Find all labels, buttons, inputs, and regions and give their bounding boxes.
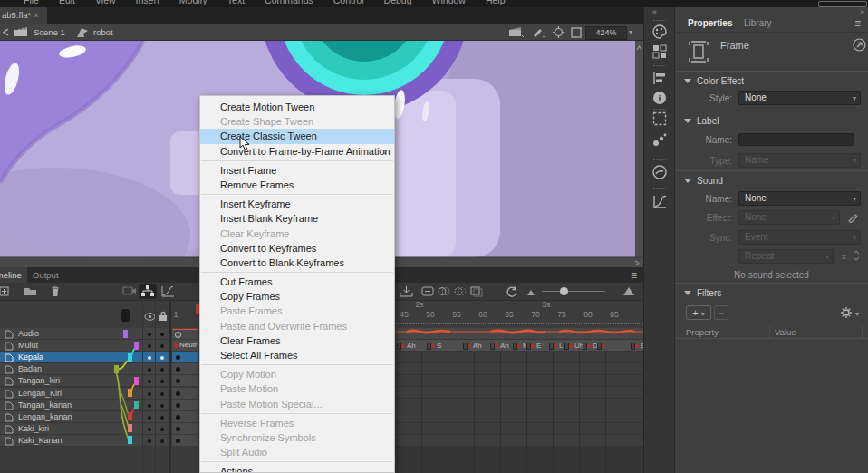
frame-cell[interactable] <box>172 375 198 387</box>
layer-row-audio[interactable]: Audio <box>0 328 169 340</box>
menu-item-convert-to-keyframes[interactable]: Convert to Keyframes <box>200 241 394 256</box>
menu-commands[interactable]: Commands <box>265 0 313 7</box>
particles-panel-icon[interactable] <box>651 132 668 149</box>
add-filter-button[interactable]: + ▾ <box>686 305 711 320</box>
frame-cell-audio[interactable] <box>172 328 198 340</box>
zoom-out-frames-icon[interactable] <box>527 290 535 295</box>
reset-zoom-icon[interactable] <box>506 285 518 298</box>
menu-edit[interactable]: Edit <box>59 0 75 7</box>
onion-skin-icon[interactable] <box>438 285 450 297</box>
frames-area[interactable]: 2s 3s 45 50 55 60 65 70 75 80 85 Ah S Ah <box>396 301 643 473</box>
center-stage-icon[interactable] <box>553 26 564 38</box>
visibility-dot[interactable] <box>148 380 151 383</box>
visibility-dot[interactable] <box>148 368 151 372</box>
menu-view[interactable]: View <box>95 0 116 7</box>
menu-item-copy-frames[interactable]: Copy Frames <box>200 289 394 304</box>
creative-cloud-icon[interactable] <box>651 164 668 180</box>
layer-row-tangan-kiri[interactable]: Tangan_kiri <box>0 375 169 387</box>
layer-row-kepala-selected[interactable]: Kepala <box>0 352 169 363</box>
layer-row-badan[interactable]: Badan <box>0 363 169 375</box>
menu-file[interactable]: File <box>24 0 39 7</box>
visibility-dot[interactable] <box>148 344 151 348</box>
visibility-dot[interactable] <box>148 404 151 408</box>
menu-item-actions[interactable]: Actions <box>200 464 394 473</box>
layer-row-tangan-kanan[interactable]: Tangan_kanan <box>0 400 169 411</box>
back-arrow-icon[interactable] <box>2 28 9 36</box>
align-panel-icon[interactable] <box>651 70 668 86</box>
menu-item-select-all-frames[interactable]: Select All Frames <box>200 348 394 362</box>
section-sound[interactable]: Sound <box>684 176 723 186</box>
timeline-panel-menu-icon[interactable]: ≡ <box>631 269 637 282</box>
zoom-dropdown-icon[interactable]: ▾ <box>629 28 632 36</box>
frames-row-mulut[interactable]: Ah S Ah Ah M E L Uh D S <box>396 340 643 352</box>
export-frame-icon[interactable] <box>400 285 413 297</box>
edit-multiple-frames-icon[interactable] <box>470 285 483 297</box>
menu-item-insert-frame[interactable]: Insert Frame <box>200 163 394 178</box>
menu-window[interactable]: Window <box>432 0 466 7</box>
swatches-icon[interactable] <box>651 43 668 60</box>
frame-cell-kepala-selected[interactable] <box>172 352 198 363</box>
info-panel-icon[interactable]: i <box>651 90 668 106</box>
frame-cell-mulut[interactable]: Neutr <box>172 340 198 352</box>
lock-dot[interactable] <box>160 428 164 431</box>
frame-cell[interactable] <box>172 400 198 411</box>
clip-content-icon[interactable] <box>571 27 582 38</box>
lock-dot[interactable] <box>160 356 164 360</box>
new-layer-icon[interactable] <box>0 285 9 297</box>
section-filters[interactable]: Filters <box>684 288 721 298</box>
camera-icon[interactable] <box>122 285 137 296</box>
zoom-level-field[interactable]: 424% <box>585 26 627 40</box>
edit-symbols-icon[interactable] <box>532 27 545 37</box>
expand-panel-icon[interactable]: » <box>860 7 864 16</box>
lock-dot[interactable] <box>160 333 164 336</box>
frame-cell[interactable] <box>172 363 198 375</box>
workspace-search-box[interactable] <box>818 1 867 7</box>
tab-library[interactable]: Library <box>744 18 772 28</box>
frame-cell[interactable] <box>172 435 198 447</box>
menu-item-convert-frame-by-frame[interactable]: Convert to Frame-by-Frame Animation› <box>200 144 394 159</box>
gear-dropdown-icon[interactable]: ▾ <box>855 310 859 318</box>
menu-item-create-motion-tween[interactable]: Create Motion Tween <box>200 100 394 114</box>
ruler-frame-1[interactable]: 1 <box>172 301 199 328</box>
menu-item-cut-frames[interactable]: Cut Frames <box>200 275 394 289</box>
menu-item-convert-to-blank-keyframes[interactable]: Convert to Blank Keyframes <box>200 256 394 270</box>
breadcrumb-symbol[interactable]: robot <box>93 24 113 41</box>
section-label[interactable]: Label <box>684 116 719 126</box>
lock-dot[interactable] <box>160 380 164 383</box>
repeat-stepper-icon[interactable] <box>853 250 860 261</box>
menu-item-remove-frames[interactable]: Remove Frames <box>200 178 394 192</box>
collapse-dock-icon[interactable]: « <box>652 7 657 16</box>
transform-panel-icon[interactable] <box>651 111 668 127</box>
visibility-dot[interactable] <box>148 356 151 360</box>
layer-row-lengan-kanan[interactable]: Lengan_kanan <box>0 411 169 423</box>
zoom-in-frames-icon[interactable] <box>623 287 634 295</box>
frame-cell[interactable] <box>172 411 198 423</box>
frame-cell[interactable] <box>172 388 198 400</box>
lock-dot[interactable] <box>160 368 164 372</box>
ease-graph-icon[interactable] <box>161 285 175 297</box>
edit-sound-pencil-icon[interactable] <box>847 211 859 223</box>
loop-range-icon[interactable] <box>421 285 434 297</box>
menu-debug[interactable]: Debug <box>384 0 412 7</box>
layer-row-kaki-kiri[interactable]: Kaki_kiri <box>0 423 169 435</box>
menu-item-insert-keyframe[interactable]: Insert Keyframe <box>200 197 394 211</box>
document-tab[interactable]: ab5.fla*× <box>0 7 47 24</box>
lock-dot[interactable] <box>160 404 164 408</box>
lock-dot[interactable] <box>160 416 164 420</box>
new-folder-icon[interactable] <box>24 285 37 297</box>
edit-scene-icon[interactable] <box>509 27 524 37</box>
color-palette-icon[interactable] <box>651 24 668 40</box>
visibility-dot[interactable] <box>148 439 151 443</box>
parenting-view-toggle[interactable] <box>139 284 157 299</box>
circled-arrow-icon[interactable] <box>853 38 866 52</box>
delete-layer-icon[interactable] <box>50 285 61 297</box>
timeline-ruler[interactable]: 2s 3s 45 50 55 60 65 70 75 80 85 <box>396 301 643 328</box>
label-name-input[interactable] <box>738 133 854 146</box>
menu-help[interactable]: Help <box>486 0 506 7</box>
frames-row-audio[interactable] <box>396 328 643 340</box>
visibility-dot[interactable] <box>148 428 151 431</box>
breadcrumb-scene[interactable]: Scene 1 <box>34 24 65 41</box>
section-color-effect[interactable]: Color Effect <box>684 76 744 86</box>
menu-control[interactable]: Control <box>333 0 364 7</box>
lock-dot[interactable] <box>160 344 164 348</box>
